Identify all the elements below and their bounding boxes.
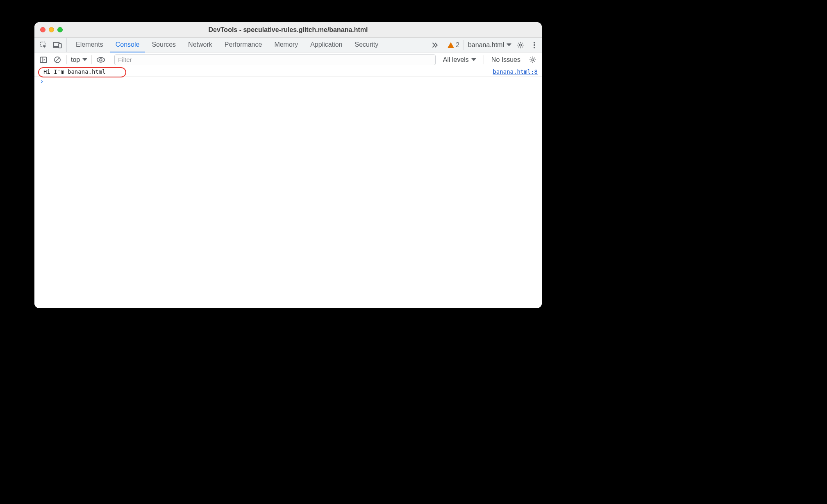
tab-performance[interactable]: Performance <box>219 38 268 52</box>
tab-network[interactable]: Network <box>182 38 218 52</box>
svg-point-6 <box>534 44 535 46</box>
tab-security[interactable]: Security <box>349 38 384 52</box>
levels-label: All levels <box>443 56 469 64</box>
console-log-row[interactable]: Hi I'm banana.html banana.html:8 <box>34 67 542 77</box>
svg-rect-8 <box>41 57 47 62</box>
target-label: banana.html <box>468 41 504 49</box>
console-toolbar: top All levels No Issues <box>34 52 542 67</box>
device-toolbar-icon[interactable] <box>52 40 62 50</box>
separator <box>484 55 484 64</box>
more-tabs-icon[interactable] <box>430 40 440 50</box>
kebab-menu-icon[interactable] <box>529 40 539 50</box>
svg-point-12 <box>100 59 102 61</box>
svg-line-11 <box>55 58 59 62</box>
clear-console-icon[interactable] <box>52 55 62 65</box>
prompt-chevron-icon: › <box>40 78 43 85</box>
tab-sources[interactable]: Sources <box>146 38 182 52</box>
panel-tabs: Elements Console Sources Network Perform… <box>70 38 384 52</box>
tab-application[interactable]: Application <box>304 38 348 52</box>
tab-memory[interactable]: Memory <box>268 38 304 52</box>
log-source-link[interactable]: banana.html:8 <box>493 68 538 75</box>
svg-rect-3 <box>59 43 61 48</box>
warning-icon <box>448 42 454 48</box>
tab-console[interactable]: Console <box>110 38 145 52</box>
svg-point-4 <box>519 44 521 46</box>
close-window-button[interactable] <box>40 27 45 32</box>
chevron-down-icon <box>82 58 87 61</box>
log-message: Hi I'm banana.html <box>43 68 106 75</box>
live-expression-icon[interactable] <box>96 55 106 65</box>
svg-point-13 <box>532 59 534 61</box>
titlebar: DevTools - speculative-rules.glitch.me/b… <box>34 22 542 38</box>
svg-point-7 <box>534 47 535 48</box>
console-prompt[interactable]: › <box>34 77 542 86</box>
settings-icon[interactable] <box>516 40 525 50</box>
chevron-down-icon <box>507 43 511 46</box>
devtools-tabstrip: Elements Console Sources Network Perform… <box>34 38 542 52</box>
tab-elements[interactable]: Elements <box>70 38 109 52</box>
console-output: Hi I'm banana.html banana.html:8 › <box>34 67 542 308</box>
log-levels-dropdown[interactable]: All levels <box>440 56 479 64</box>
separator <box>66 55 67 64</box>
maximize-window-button[interactable] <box>57 27 63 32</box>
warnings-indicator[interactable]: 2 <box>444 40 459 50</box>
target-dropdown[interactable]: banana.html <box>463 40 511 50</box>
separator <box>110 55 110 64</box>
context-label: top <box>71 56 80 64</box>
minimize-window-button[interactable] <box>49 27 54 32</box>
console-filter-input[interactable] <box>114 54 435 65</box>
warning-count: 2 <box>456 41 459 49</box>
window-title: DevTools - speculative-rules.glitch.me/b… <box>34 26 542 34</box>
issues-indicator[interactable]: No Issues <box>488 56 524 64</box>
svg-point-5 <box>534 42 535 43</box>
toggle-sidebar-icon[interactable] <box>39 55 48 65</box>
context-dropdown[interactable]: top <box>71 56 87 64</box>
inspect-element-icon[interactable] <box>39 40 48 50</box>
chevron-down-icon <box>471 58 476 61</box>
window-controls <box>34 27 63 32</box>
separator <box>91 55 92 64</box>
console-settings-icon[interactable] <box>528 55 538 65</box>
devtools-window: DevTools - speculative-rules.glitch.me/b… <box>34 22 542 308</box>
